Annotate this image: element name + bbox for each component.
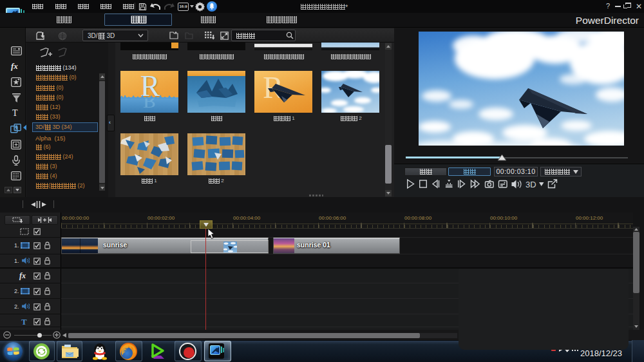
- svg-text:3D: 3D: [526, 180, 536, 189]
